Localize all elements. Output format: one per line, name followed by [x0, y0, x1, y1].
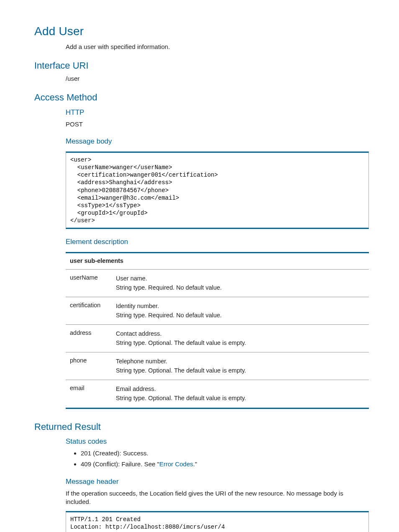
element-description-heading: Element description [66, 237, 369, 247]
http-heading: HTTP [66, 108, 369, 118]
elem-key: email [66, 380, 112, 408]
message-header-heading: Message header [66, 477, 369, 487]
status-codes-list: 201 (Created): Success. 409 (Conflict): … [66, 449, 369, 469]
elem-desc: User name. String type. Required. No def… [112, 269, 369, 297]
table-row: email Email address. String type. Option… [66, 380, 369, 408]
elem-key: address [66, 325, 112, 352]
http-method-value: POST [66, 120, 369, 129]
interface-uri-heading: Interface URI [34, 59, 369, 72]
table-header: user sub-elements [66, 253, 369, 270]
message-body-code: <user> <userName>wanger</userName> <cert… [66, 152, 369, 229]
elem-key: userName [66, 269, 112, 297]
status-code-item: 201 (Created): Success. [81, 449, 369, 457]
message-header-text: If the operation succeeds, the Location … [66, 489, 369, 506]
access-method-heading: Access Method [34, 91, 369, 104]
returned-result-heading: Returned Result [34, 421, 369, 433]
page-title: Add User [34, 23, 369, 39]
elem-desc: Email address. String type. Optional. Th… [112, 380, 369, 408]
table-row: phone Telephone number. String type. Opt… [66, 352, 369, 380]
table-row: userName User name. String type. Require… [66, 269, 369, 297]
elem-key: phone [66, 352, 112, 380]
elem-desc: Telephone number. String type. Optional.… [112, 352, 369, 380]
elem-desc: Contact address. String type. Optional. … [112, 325, 369, 352]
status-code-item: 409 (Conflict): Failure. See "Error Code… [81, 460, 369, 468]
message-header-code: HTTP/1.1 201 Created Location: http://lo… [66, 511, 369, 532]
elem-desc: Identity number. String type. Required. … [112, 297, 369, 325]
status-codes-heading: Status codes [66, 437, 369, 447]
message-body-heading: Message body [66, 137, 369, 146]
interface-uri-value: /user [66, 75, 369, 83]
error-codes-link[interactable]: Error Codes [159, 460, 193, 468]
table-row: address Contact address. String type. Op… [66, 325, 369, 352]
table-row: certification Identity number. String ty… [66, 297, 369, 325]
elem-key: certification [66, 297, 112, 325]
intro-text: Add a user with specified information. [66, 43, 369, 51]
element-description-table: user sub-elements userName User name. St… [66, 252, 369, 409]
